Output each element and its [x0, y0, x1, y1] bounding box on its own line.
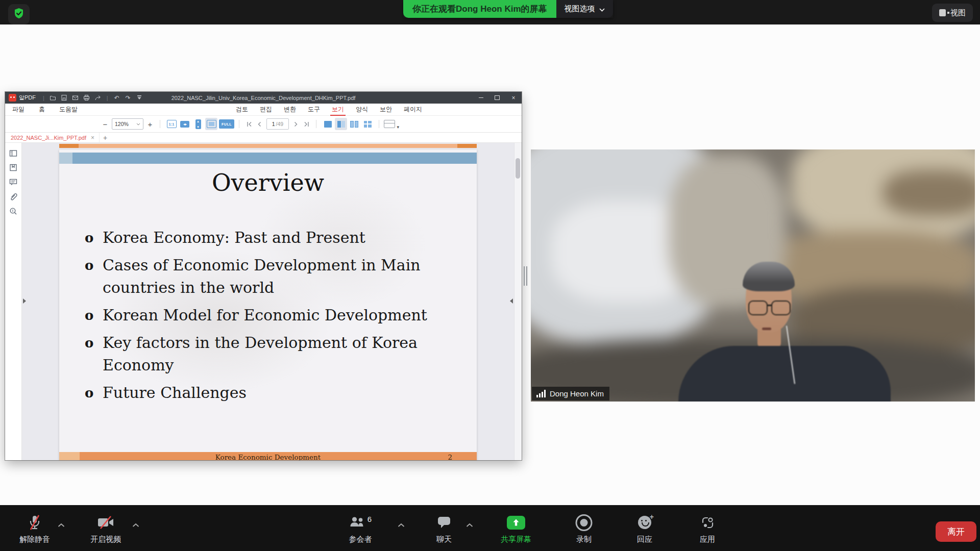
close-tab-icon[interactable]: × — [91, 134, 94, 141]
menu-forms[interactable]: 양식 — [356, 105, 368, 114]
menu-security[interactable]: 보안 — [380, 105, 392, 114]
document-tab[interactable]: 2022_NASC_Ji...Kim_PPT.pdf × — [5, 133, 100, 142]
menu-view-active[interactable]: 보기 — [332, 105, 344, 114]
next-page-button[interactable] — [291, 118, 301, 130]
zoom-level-select[interactable]: 120% — [112, 118, 143, 130]
document-viewport: Overview oKorea Economy: Past and Presen… — [22, 143, 522, 460]
menu-page[interactable]: 페이지 — [404, 105, 422, 114]
bookmarks-panel-icon[interactable] — [9, 164, 17, 171]
minimize-icon[interactable] — [473, 92, 489, 104]
full-screen-button[interactable]: FULL — [218, 119, 234, 129]
document-scrollbar[interactable] — [514, 143, 522, 460]
last-page-button[interactable] — [301, 118, 311, 130]
zoom-meeting-screen: 你正在观看Dong Heon Kim的屏幕 视图选项 视图 알PDF | — [0, 0, 980, 551]
pdf-menu-bar: 파일 홈 도움말 검토 편집 변환 도구 보기 양식 보안 페이지 — [5, 104, 522, 116]
menu-help[interactable]: 도움말 — [59, 105, 78, 114]
search-panel-icon[interactable] — [9, 207, 17, 215]
zoom-in-button[interactable]: + — [145, 118, 155, 130]
chat-button[interactable]: 聊天 — [436, 514, 452, 544]
window-controls: × — [473, 92, 522, 104]
previous-slide-edge — [59, 144, 477, 148]
close-icon[interactable]: × — [505, 92, 522, 104]
panel-splitter-handle[interactable] — [524, 266, 527, 286]
security-shield-button[interactable] — [8, 4, 30, 24]
page-layout-dropdown[interactable] — [384, 120, 395, 128]
bullet-item: oKorean Model for Economic Development — [85, 304, 428, 327]
alpdf-app-icon — [9, 94, 16, 102]
thumbnails-panel-icon[interactable] — [9, 149, 17, 157]
watching-screen-banner: 你正在观看Dong Heon Kim的屏幕 — [403, 0, 556, 18]
fit-height-button[interactable]: ▴▾ — [192, 118, 204, 130]
participants-button[interactable]: 6 参会者 — [349, 514, 372, 544]
participant-video-tile[interactable]: Dong Heon Kim — [531, 149, 975, 402]
fit-page-button[interactable] — [205, 118, 217, 130]
record-button[interactable]: 录制 — [576, 514, 593, 544]
chat-options-chevron[interactable] — [466, 520, 474, 530]
slide-bullet-list: oKorea Economy: Past and Present oCases … — [85, 227, 428, 409]
menu-home[interactable]: 홈 — [39, 105, 45, 114]
bullet-item: oFuture Challenges — [85, 382, 428, 404]
view-options-dropdown[interactable]: 视图选项 — [556, 0, 613, 18]
expand-left-panel-arrow[interactable] — [23, 298, 26, 304]
continuous-view-button[interactable] — [335, 118, 347, 130]
pdf-app-window: 알PDF | | ↶ ↷ 2022_NASC_Jilin_Uni — [5, 92, 522, 460]
single-page-view-button[interactable] — [322, 118, 334, 130]
share-screen-icon — [507, 516, 525, 530]
view-layout-icon — [939, 9, 946, 16]
apps-button[interactable]: 应用 — [700, 514, 715, 544]
customize-toolbar-icon[interactable] — [134, 93, 145, 103]
participants-icon — [349, 516, 365, 530]
undo-icon[interactable]: ↶ — [111, 93, 122, 103]
new-tab-button[interactable]: + — [103, 134, 107, 142]
fit-width-button[interactable]: ◂▸ — [179, 118, 191, 130]
view-layout-button[interactable]: 视图 — [932, 4, 973, 22]
app-name: 알PDF — [19, 94, 36, 102]
previous-page-button[interactable] — [254, 118, 264, 130]
reactions-button[interactable]: + 回应 — [637, 514, 652, 544]
menu-tools[interactable]: 도구 — [308, 105, 320, 114]
zoom-out-button[interactable]: − — [100, 118, 110, 130]
expand-right-panel-arrow[interactable] — [510, 298, 513, 304]
participant-name-tag: Dong Heon Kim — [532, 387, 609, 400]
audio-options-chevron[interactable] — [58, 520, 65, 530]
attachments-panel-icon[interactable] — [9, 192, 17, 201]
reactions-smiley-icon: + — [638, 516, 651, 529]
comments-panel-icon[interactable] — [9, 178, 17, 186]
two-page-view-button[interactable] — [348, 118, 360, 130]
share-screen-button[interactable]: 共享屏幕 — [501, 514, 531, 544]
video-options-chevron[interactable] — [132, 520, 140, 530]
pdf-side-panel — [5, 143, 22, 460]
four-page-view-button[interactable] — [361, 118, 374, 130]
page-number-input[interactable]: 1 /49 — [266, 118, 289, 130]
menu-edit[interactable]: 편집 — [260, 105, 272, 114]
muted-mic-icon — [28, 514, 41, 531]
pdf-title-bar: 알PDF | | ↶ ↷ 2022_NASC_Jilin_Uni — [5, 92, 522, 104]
maximize-icon[interactable] — [489, 92, 505, 104]
print-icon[interactable] — [81, 93, 92, 103]
meeting-control-bar: 解除静音 开启视频 6 参会者 — [0, 505, 980, 551]
connection-signal-icon — [536, 390, 546, 397]
menu-file[interactable]: 파일 — [12, 105, 24, 114]
participants-options-chevron[interactable] — [398, 520, 405, 530]
unmute-button[interactable]: 解除静音 — [19, 514, 50, 544]
menu-convert[interactable]: 변환 — [284, 105, 296, 114]
open-file-icon[interactable] — [47, 93, 59, 103]
email-icon[interactable] — [70, 93, 81, 103]
scrollbar-thumb[interactable] — [516, 158, 520, 179]
glasses — [748, 300, 791, 315]
slide-title: Overview — [59, 169, 477, 196]
window-title: 2022_NASC_Jilin_Univ_Korea_Economic_Deve… — [172, 95, 356, 101]
start-video-button[interactable]: 开启视频 — [90, 514, 121, 544]
slide-page: Overview oKorea Economy: Past and Presen… — [59, 149, 477, 460]
menu-review[interactable]: 검토 — [236, 105, 248, 114]
slide-header-band — [59, 153, 477, 164]
pdf-tab-bar: 2022_NASC_Ji...Kim_PPT.pdf × + — [5, 133, 522, 143]
slide-footer-band: Korea Economic Development 2 — [59, 452, 477, 460]
share-icon[interactable] — [92, 93, 104, 103]
slide-page-number: 2 — [448, 453, 452, 460]
save-icon[interactable] — [59, 93, 70, 103]
first-page-button[interactable] — [244, 118, 254, 130]
redo-icon[interactable]: ↷ — [122, 93, 134, 103]
leave-meeting-button[interactable]: 离开 — [936, 521, 976, 542]
actual-size-button[interactable]: 1:1 — [165, 118, 178, 130]
